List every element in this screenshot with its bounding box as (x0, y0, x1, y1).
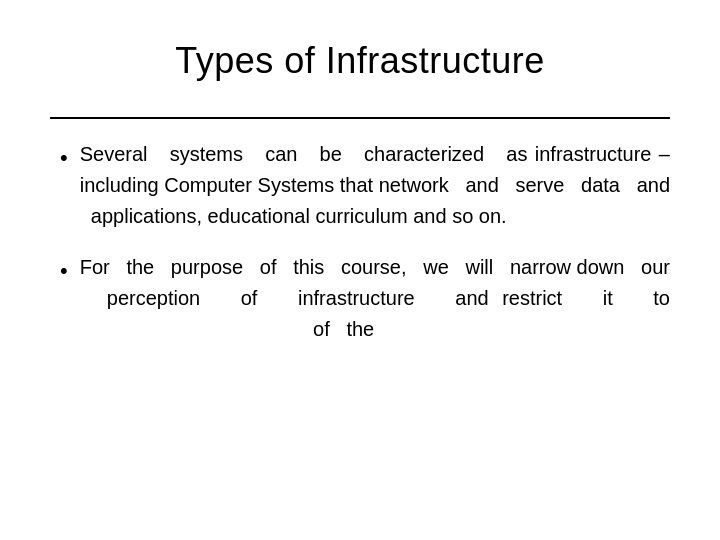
slide-title: Types of Infrastructure (50, 40, 670, 82)
slide: Types of Infrastructure • Several system… (0, 0, 720, 540)
bullet-item-1: • Several systems can be characterized a… (60, 139, 670, 232)
bullet-symbol-1: • (60, 141, 68, 174)
title-divider (50, 117, 670, 119)
title-area: Types of Infrastructure (50, 40, 670, 82)
bullet-text-2: For the purpose of this course, we will … (80, 252, 670, 345)
bullet-text-1: Several systems can be characterized as … (80, 139, 670, 232)
content-area: • Several systems can be characterized a… (50, 139, 670, 345)
bullet-item-2: • For the purpose of this course, we wil… (60, 252, 670, 345)
bullet-symbol-2: • (60, 254, 68, 287)
